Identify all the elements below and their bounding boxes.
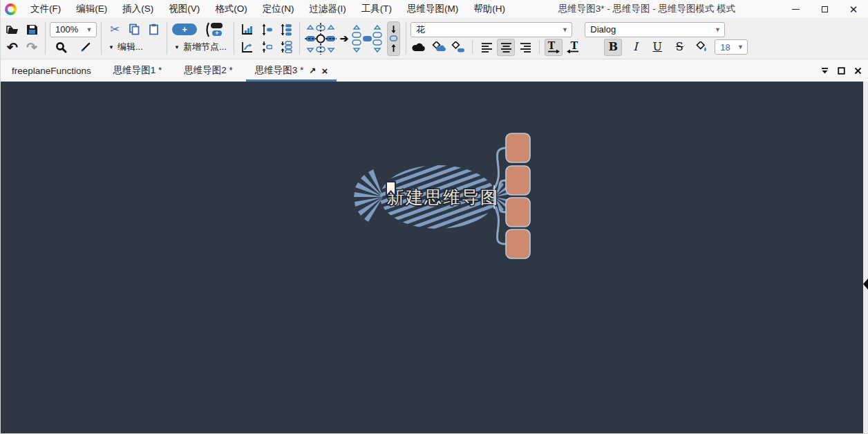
root-node[interactable]: 新建思维导图 — [354, 165, 510, 229]
toolbar-separator — [472, 40, 473, 54]
paste-button[interactable] — [144, 21, 162, 38]
add-node-dropdown-button[interactable]: ▼ 新增节点... — [171, 39, 229, 56]
chevron-down-icon: ▼ — [558, 26, 572, 33]
restore-frame-button[interactable] — [836, 66, 846, 75]
zoom-combobox[interactable]: 100% ▼ — [50, 22, 97, 37]
collapse-frame-button[interactable] — [820, 66, 829, 75]
text-direction-rtl-button[interactable]: T — [564, 39, 582, 56]
dropdown-caret-icon: ▼ — [174, 44, 180, 50]
node-background-color-button[interactable] — [430, 39, 448, 56]
menu-help[interactable]: 帮助(H) — [466, 0, 513, 18]
decrease-vertical-gap-button[interactable] — [258, 39, 276, 56]
summary-node-icon — [241, 23, 254, 35]
align-right-button[interactable] — [516, 39, 534, 56]
increase-child-gap-button[interactable] — [277, 21, 295, 38]
vertical-scrollbar[interactable] — [863, 82, 868, 433]
align-left-icon — [481, 42, 493, 53]
increase-vertical-gap-button[interactable] — [258, 21, 276, 38]
increase-child-gap-icon — [280, 23, 292, 36]
new-sibling-node-button[interactable]: + — [203, 21, 224, 38]
sorted-nodes-button[interactable] — [351, 21, 383, 57]
menu-mindmap[interactable]: 思维导图(M) — [399, 0, 466, 18]
italic-icon: I — [633, 41, 637, 53]
menu-edit[interactable]: 编辑(E) — [68, 0, 115, 18]
font-family-value: 花 — [416, 23, 425, 36]
open-file-button[interactable] — [3, 21, 21, 38]
text-direction-ltr-button[interactable]: T — [545, 39, 563, 56]
font-group: 花 ▼ — [409, 19, 583, 57]
minimize-button[interactable] — [781, 0, 810, 18]
undo-button[interactable]: ↶ — [3, 39, 21, 56]
window-controls: ✕ — [781, 0, 868, 18]
child-node-3[interactable] — [506, 198, 530, 227]
file-group: ↶ ↷ — [2, 19, 42, 57]
close-frame-button[interactable] — [853, 66, 862, 75]
zoom-group: 100% ▼ — [48, 19, 98, 57]
toolbar-separator — [299, 22, 300, 55]
map-canvas[interactable]: 新建思维导图 — [1, 82, 868, 433]
decrease-child-gap-icon — [280, 41, 292, 53]
font-size-combobox[interactable]: 18 ▼ — [715, 39, 748, 55]
cloud-button[interactable] — [411, 39, 428, 56]
toolbar-separator — [45, 22, 46, 55]
child-node-1[interactable] — [506, 133, 530, 162]
svg-text:T: T — [571, 41, 578, 51]
bold-button[interactable]: B — [604, 39, 622, 56]
toolbar-separator — [167, 22, 167, 55]
maximize-button[interactable] — [810, 0, 839, 18]
underline-button[interactable]: U — [648, 39, 666, 56]
search-button[interactable] — [53, 39, 70, 56]
compact-layout-button[interactable] — [387, 21, 400, 56]
menu-view[interactable]: 视图(V) — [161, 0, 207, 18]
child-node-2[interactable] — [506, 166, 530, 195]
child-node-4[interactable] — [506, 229, 530, 258]
save-button[interactable] — [23, 21, 41, 38]
toolbar-separator — [101, 22, 102, 55]
menu-filter[interactable]: 过滤器(I) — [302, 0, 354, 18]
mindmap-graphics: 新建思维导图 — [1, 82, 868, 433]
free-position-button[interactable] — [238, 39, 256, 56]
cut-button[interactable]: ✂ — [106, 21, 124, 38]
search-icon — [55, 41, 67, 53]
copy-button[interactable] — [125, 21, 143, 38]
new-sibling-node-icon: + — [204, 22, 223, 37]
font-color-button[interactable] — [692, 39, 710, 56]
menu-tools[interactable]: 工具(T) — [354, 0, 399, 18]
open-folder-icon — [6, 24, 19, 35]
new-child-node-button[interactable]: + — [171, 21, 198, 38]
decrease-child-gap-button[interactable] — [277, 39, 295, 56]
node-arrangement-before-icon — [305, 23, 337, 55]
node-spacing-group — [237, 19, 296, 57]
align-left-button[interactable] — [478, 39, 496, 56]
tab-mindmap-1[interactable]: 思维导图1 * — [102, 59, 173, 82]
node-color-icon — [451, 41, 465, 53]
toolbar-separator — [539, 40, 540, 54]
arrow-right-icon: ➔ — [340, 32, 349, 45]
align-right-icon — [520, 42, 531, 53]
close-tab-icon[interactable]: × — [321, 66, 328, 76]
summary-node-button[interactable] — [238, 21, 256, 38]
align-center-button[interactable] — [497, 39, 515, 56]
menu-file[interactable]: 文件(F) — [23, 0, 68, 18]
italic-button[interactable]: I — [626, 39, 644, 56]
menu-format[interactable]: 格式(O) — [207, 0, 255, 18]
strikethrough-button[interactable]: S — [670, 39, 688, 56]
scrollbar-handle-icon[interactable] — [863, 279, 868, 290]
menubar: 文件(F) 编辑(E) 插入(S) 视图(V) 格式(O) 定位(N) 过滤器(… — [23, 0, 513, 18]
format-painter-button[interactable] — [77, 39, 95, 56]
font-family-combobox[interactable]: 花 ▼ — [411, 22, 572, 37]
redo-button[interactable]: ↷ — [23, 39, 41, 56]
tab-freeplane-functions[interactable]: freeplaneFunctions — [1, 59, 102, 82]
float-tab-icon[interactable]: ↗ — [309, 66, 316, 75]
tab-mindmap-3[interactable]: 思维导图3 * ↗ × — [244, 59, 339, 82]
style-combobox[interactable]: Dialog ▼ — [585, 22, 725, 37]
menu-insert[interactable]: 插入(S) — [115, 0, 161, 18]
decrease-vertical-gap-icon — [261, 41, 272, 53]
node-color-button[interactable] — [449, 39, 467, 56]
freeplane-window: 文件(F) 编辑(E) 插入(S) 视图(V) 格式(O) 定位(N) 过滤器(… — [0, 0, 868, 434]
edit-dropdown-button[interactable]: ▼ 编辑... — [106, 39, 146, 56]
sort-nodes-button[interactable] — [304, 21, 337, 57]
tab-mindmap-2[interactable]: 思维导图2 * — [173, 59, 244, 82]
menu-navigate[interactable]: 定位(N) — [255, 0, 302, 18]
close-button[interactable]: ✕ — [839, 0, 868, 18]
